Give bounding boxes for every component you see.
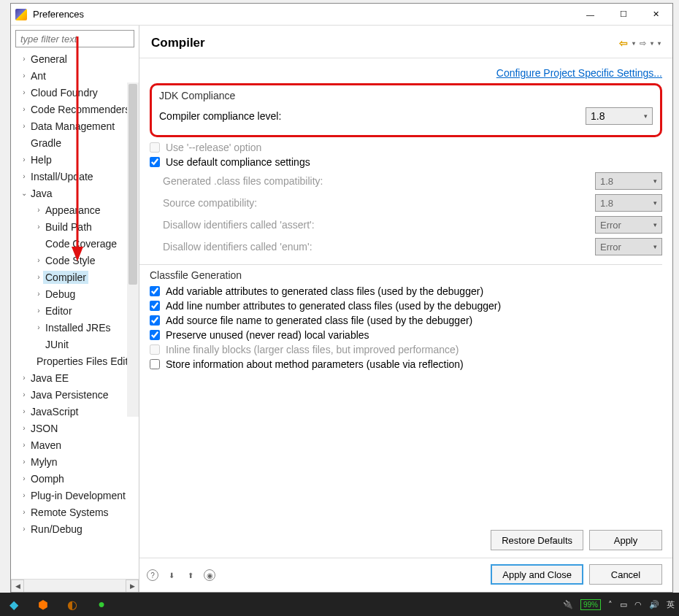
tree-item-java-ee[interactable]: ›Java EE (11, 369, 139, 386)
back-menu-icon[interactable]: ▾ (632, 40, 635, 47)
tree-item-junit[interactable]: JUnit (11, 336, 139, 353)
volume-icon[interactable]: 🔊 (649, 600, 659, 609)
apply-close-button[interactable]: Apply and Close (491, 564, 583, 585)
chevron-icon[interactable]: › (20, 390, 28, 399)
tree-item-plug-in-development[interactable]: ›Plug-in Development (11, 487, 139, 504)
maximize-button[interactable]: ☐ (607, 4, 640, 25)
tree-item-cloud-foundry[interactable]: ›Cloud Foundry (11, 84, 139, 101)
chevron-icon[interactable]: › (20, 172, 28, 180)
chevron-icon[interactable]: › (34, 273, 43, 281)
store-params-checkbox[interactable] (150, 359, 160, 369)
scroll-thumb[interactable] (128, 84, 137, 285)
export-icon[interactable]: ⬆ (185, 569, 196, 581)
action-center-icon[interactable]: ▭ (620, 600, 627, 609)
use-default-checkbox[interactable] (150, 157, 160, 167)
compliance-level-combo[interactable]: 1.8▾ (586, 107, 653, 125)
tree-item-general[interactable]: ›General (11, 50, 139, 67)
tree-item-help[interactable]: ›Help (11, 151, 139, 168)
chevron-icon[interactable]: › (20, 441, 28, 449)
add-var-checkbox[interactable] (150, 286, 160, 296)
add-line-checkbox[interactable] (150, 301, 160, 311)
tree-item-install-update[interactable]: ›Install/Update (11, 168, 139, 185)
filter-input[interactable] (15, 30, 134, 47)
tree-item-appearance[interactable]: ›Appearance (11, 201, 139, 218)
chevron-icon[interactable]: › (34, 256, 43, 264)
chevron-icon[interactable]: › (20, 122, 28, 130)
chevron-icon[interactable]: › (20, 374, 28, 382)
tree-item-editor[interactable]: ›Editor (11, 302, 139, 319)
chevron-icon[interactable]: › (34, 307, 43, 315)
chevron-icon[interactable]: › (20, 407, 28, 415)
chevron-icon[interactable]: › (20, 72, 28, 80)
wifi-icon[interactable]: ◠ (634, 600, 642, 609)
tree-item-java[interactable]: ⌄Java (11, 185, 139, 201)
tree-item-json[interactable]: ›JSON (11, 420, 139, 436)
chevron-icon[interactable]: › (34, 290, 43, 298)
tree-item-data-management[interactable]: ›Data Management (11, 118, 139, 134)
close-button[interactable]: ✕ (640, 4, 672, 25)
scroll-right-icon[interactable]: ▶ (126, 580, 139, 592)
v-scrollbar[interactable] (127, 82, 139, 417)
tree-item-maven[interactable]: ›Maven (11, 436, 139, 453)
tree-item-debug[interactable]: ›Debug (11, 285, 139, 302)
h-scrollbar[interactable]: ◀ ▶ (11, 579, 139, 592)
jdk-compliance-highlight: JDK Compliance Compiler compliance level… (150, 83, 662, 137)
chevron-icon[interactable]: › (20, 474, 28, 482)
chevron-icon[interactable]: › (34, 223, 43, 231)
chevron-up-icon[interactable]: ˄ (608, 600, 613, 609)
chevron-icon[interactable]: › (20, 55, 28, 63)
chevron-icon[interactable]: › (20, 155, 28, 163)
tree-item-properties-files-editor[interactable]: Properties Files Editor (11, 353, 139, 369)
chevron-icon[interactable]: › (20, 491, 28, 499)
tree-item-oomph[interactable]: ›Oomph (11, 470, 139, 487)
battery-indicator[interactable]: 99% (580, 599, 601, 610)
scroll-track[interactable] (24, 580, 126, 592)
import-icon[interactable]: ⬇ (166, 569, 177, 581)
view-menu-icon[interactable]: ▾ (658, 40, 661, 47)
help-icon[interactable]: ? (147, 569, 158, 581)
apply-button[interactable]: Apply (589, 530, 662, 550)
chevron-icon[interactable]: › (20, 424, 28, 432)
chevron-icon[interactable]: › (20, 525, 28, 533)
chevron-icon[interactable]: › (20, 508, 28, 516)
chevron-icon[interactable]: › (20, 458, 28, 466)
ime-indicator[interactable]: 英 (667, 599, 675, 610)
chevron-icon[interactable]: › (34, 206, 43, 214)
chevron-icon[interactable]: › (34, 323, 43, 331)
chevron-icon[interactable]: › (20, 105, 28, 113)
tree-item-ant[interactable]: ›Ant (11, 67, 139, 84)
tree-item-gradle[interactable]: Gradle (11, 134, 139, 151)
taskbar-app-icon[interactable]: ⬢ (34, 595, 53, 614)
tree-item-mylyn[interactable]: ›Mylyn (11, 453, 139, 470)
tree-item-java-persistence[interactable]: ›Java Persistence (11, 386, 139, 403)
power-icon[interactable]: 🔌 (563, 600, 573, 609)
configure-project-link[interactable]: Configure Project Specific Settings... (496, 67, 662, 79)
taskbar-wechat-icon[interactable]: ● (92, 595, 111, 614)
tree-item-installed-jres[interactable]: ›Installed JREs (11, 319, 139, 336)
taskbar-eclipse-icon[interactable]: ◐ (63, 595, 82, 614)
tree-item-run-debug[interactable]: ›Run/Debug (11, 520, 139, 537)
record-icon[interactable]: ◉ (204, 569, 215, 581)
chevron-icon[interactable]: › (20, 88, 28, 96)
minimize-button[interactable]: — (574, 4, 607, 25)
tree-item-code-style[interactable]: ›Code Style (11, 252, 139, 269)
inline-label: Inline finally blocks (larger class file… (166, 344, 459, 355)
tree-item-build-path[interactable]: ›Build Path (11, 218, 139, 235)
preserve-checkbox[interactable] (150, 330, 160, 340)
tree-item-code-recommenders[interactable]: ›Code Recommenders (11, 101, 139, 118)
taskbar-app-icon[interactable]: ◆ (4, 595, 23, 614)
forward-menu-icon[interactable]: ▾ (651, 40, 653, 47)
tree-item-remote-systems[interactable]: ›Remote Systems (11, 504, 139, 520)
scroll-left-icon[interactable]: ◀ (11, 580, 24, 592)
forward-icon[interactable]: ⇨ (640, 39, 646, 48)
tree-item-compiler[interactable]: ›Compiler (11, 269, 139, 285)
back-icon[interactable]: ⇦ (619, 37, 628, 49)
use-default-label: Use default compliance settings (166, 156, 310, 168)
preference-tree[interactable]: ›General›Ant›Cloud Foundry›Code Recommen… (11, 50, 139, 579)
chevron-icon[interactable]: ⌄ (20, 189, 28, 197)
add-source-checkbox[interactable] (150, 315, 160, 326)
cancel-button[interactable]: Cancel (589, 564, 662, 585)
restore-defaults-button[interactable]: Restore Defaults (491, 530, 583, 550)
tree-item-javascript[interactable]: ›JavaScript (11, 403, 139, 420)
tree-item-code-coverage[interactable]: Code Coverage (11, 235, 139, 252)
